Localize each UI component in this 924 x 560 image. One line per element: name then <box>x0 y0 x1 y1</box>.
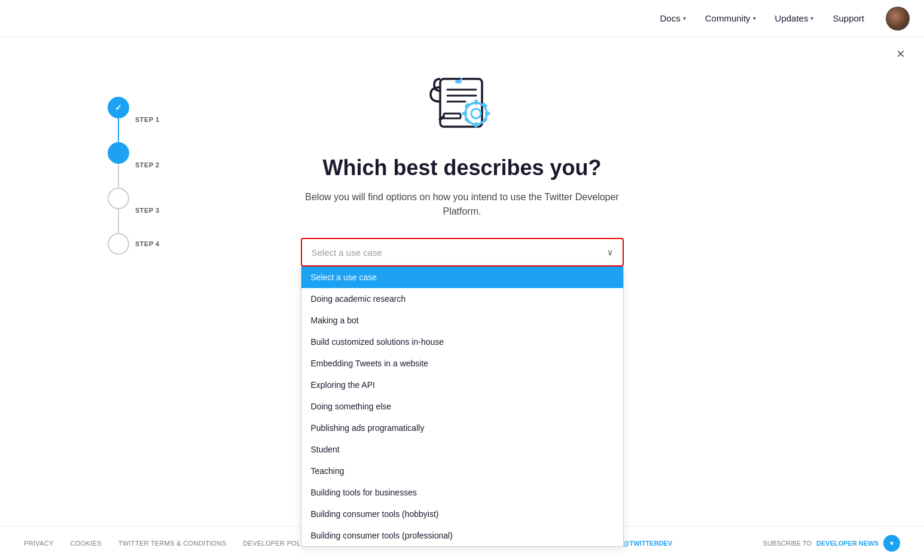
page-icon <box>423 61 501 141</box>
footer-terms[interactable]: TWITTER TERMS & CONDITIONS <box>118 540 227 547</box>
nav-docs[interactable]: Docs ▾ <box>653 8 693 28</box>
dropdown-option-3[interactable]: Build customized solutions in-house <box>301 331 623 353</box>
dropdown-option-6[interactable]: Doing something else <box>301 396 623 417</box>
svg-rect-8 <box>474 100 477 105</box>
dropdown-option-2[interactable]: Making a bot <box>301 310 623 331</box>
step-2-connector <box>118 164 119 188</box>
header: Docs ▾ Community ▾ Updates ▾ Support <box>0 0 924 37</box>
nav-community-label: Community <box>705 13 751 23</box>
step-3-row: STEP 3 <box>108 188 160 233</box>
footer-twitter-handle[interactable]: @TWITTERDEV <box>623 540 672 547</box>
nav-updates-label: Updates <box>775 13 809 23</box>
nav-docs-label: Docs <box>660 13 681 23</box>
svg-point-7 <box>471 109 481 118</box>
avatar-image <box>886 7 910 30</box>
step-4-label: STEP 4 <box>135 240 160 247</box>
svg-rect-11 <box>485 112 490 115</box>
step-2-circle <box>108 142 129 164</box>
step-1-connector <box>118 118 119 142</box>
svg-rect-12 <box>464 103 469 108</box>
use-case-dropdown-trigger[interactable]: Select a use case ∨ <box>301 238 624 267</box>
step-1-check-icon: ✓ <box>115 103 122 112</box>
footer-privacy[interactable]: PRIVACY <box>24 540 54 547</box>
dropdown-option-1[interactable]: Doing academic research <box>301 288 623 310</box>
svg-rect-15 <box>482 103 487 108</box>
use-case-dropdown-container: Select a use case ∨ Select a use caseDoi… <box>301 238 624 267</box>
dropdown-option-0[interactable]: Select a use case <box>301 267 623 288</box>
dropdown-option-10[interactable]: Building tools for businesses <box>301 482 623 503</box>
stepper: ✓ STEP 1 STEP 2 STEP 3 STEP 4 <box>108 97 160 255</box>
user-avatar[interactable] <box>886 7 910 30</box>
dropdown-option-11[interactable]: Building consumer tools (hobbyist) <box>301 503 623 525</box>
community-chevron-icon: ▾ <box>753 15 756 22</box>
main-heading: Which best describes you? <box>322 155 601 180</box>
step-1-row: ✓ STEP 1 <box>108 97 160 142</box>
dropdown-option-8[interactable]: Student <box>301 439 623 460</box>
dropdown-placeholder: Select a use case <box>312 247 382 258</box>
dropdown-option-9[interactable]: Teaching <box>301 460 623 482</box>
close-button[interactable]: × <box>896 47 905 61</box>
step-2-label: STEP 2 <box>135 161 160 169</box>
step-1-label: STEP 1 <box>135 116 160 123</box>
step-4-circle <box>108 233 129 255</box>
dropdown-chevron-icon: ∨ <box>607 247 613 257</box>
svg-rect-9 <box>474 123 477 127</box>
nav-updates[interactable]: Updates ▾ <box>768 8 821 28</box>
step-4-row: STEP 4 <box>108 233 160 255</box>
svg-rect-10 <box>462 112 467 115</box>
nav-community[interactable]: Community ▾ <box>698 8 763 28</box>
dropdown-list: Select a use caseDoing academic research… <box>301 267 624 547</box>
main-content: × ✓ STEP 1 STEP 2 STEP 3 <box>0 37 924 526</box>
nav-support-label: Support <box>832 13 864 23</box>
step-1-circle: ✓ <box>108 97 129 118</box>
sub-text: Below you will find options on how you i… <box>301 190 624 219</box>
step-3-connector <box>118 209 119 233</box>
step-2-row: STEP 2 <box>108 142 160 188</box>
footer-subscribe-label: SUBSCRIBE TO <box>763 540 812 547</box>
docs-chevron-icon: ▾ <box>683 15 686 22</box>
dropdown-option-7[interactable]: Publishing ads programatically <box>301 417 623 439</box>
footer-cookies[interactable]: COOKIES <box>71 540 102 547</box>
nav: Docs ▾ Community ▾ Updates ▾ Support <box>653 7 910 30</box>
footer-links: PRIVACY COOKIES TWITTER TERMS & CONDITIO… <box>24 540 344 547</box>
nav-support[interactable]: Support <box>825 8 871 28</box>
footer-subscribe-chevron-icon: ▾ <box>890 539 893 547</box>
dropdown-option-4[interactable]: Embedding Tweets in a website <box>301 353 623 374</box>
dropdown-option-12[interactable]: Building consumer tools (professional) <box>301 525 623 546</box>
developer-icon <box>423 61 501 139</box>
step-3-label: STEP 3 <box>135 207 160 214</box>
footer-subscribe-button[interactable]: ▾ <box>883 535 900 552</box>
footer-subscribe: SUBSCRIBE TO DEVELOPER NEWS ▾ <box>763 535 900 552</box>
footer-subscribe-link[interactable]: DEVELOPER NEWS <box>816 540 879 547</box>
svg-rect-4 <box>444 114 461 118</box>
dropdown-option-5[interactable]: Exploring the API <box>301 374 623 396</box>
updates-chevron-icon: ▾ <box>810 15 813 22</box>
step-3-circle <box>108 188 129 209</box>
